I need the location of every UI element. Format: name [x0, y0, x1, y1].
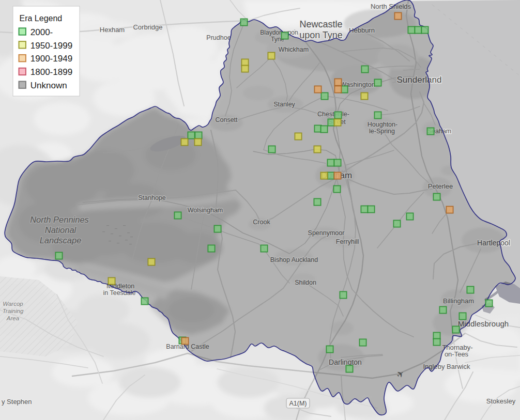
- svg-text:y Stephen: y Stephen: [2, 398, 32, 406]
- svg-text:Training: Training: [3, 308, 24, 314]
- svg-text:2000-: 2000-: [30, 27, 53, 37]
- svg-text:1900-1949: 1900-1949: [30, 54, 72, 64]
- svg-text:Hexham: Hexham: [100, 26, 125, 34]
- svg-text:Area: Area: [6, 315, 19, 321]
- svg-text:1950-1999: 1950-1999: [30, 41, 72, 51]
- svg-text:on-Tees: on-Tees: [445, 350, 469, 358]
- svg-text:Corbridge: Corbridge: [133, 23, 162, 31]
- svg-text:Warcop: Warcop: [3, 301, 23, 307]
- svg-text:Stokesley: Stokesley: [486, 397, 516, 405]
- svg-text:Era Legend: Era Legend: [20, 14, 63, 23]
- svg-text:1800-1899: 1800-1899: [30, 67, 72, 77]
- svg-text:Newcastle: Newcastle: [299, 19, 342, 29]
- svg-text:Unknown: Unknown: [30, 81, 67, 90]
- svg-text:Prudhoe: Prudhoe: [206, 34, 231, 41]
- svg-text:A1(M): A1(M): [289, 400, 307, 407]
